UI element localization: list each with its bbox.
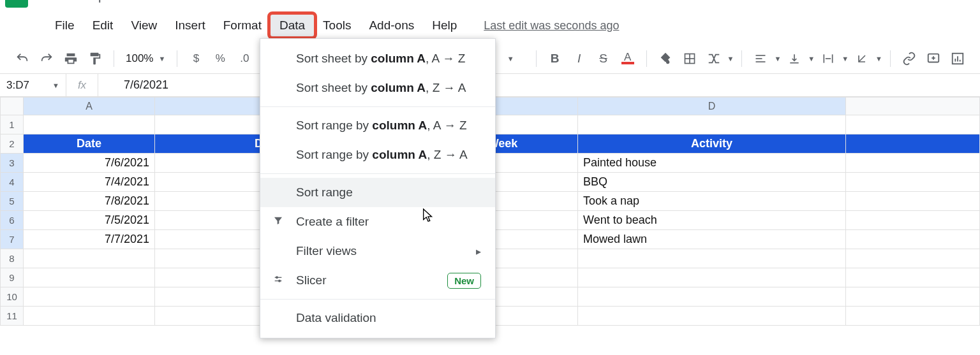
- cell[interactable]: [846, 192, 980, 211]
- row-header[interactable]: 5: [1, 192, 24, 211]
- cell[interactable]: [846, 268, 980, 287]
- menu-slicer[interactable]: Slicer New: [260, 266, 495, 295]
- insert-chart-icon[interactable]: [947, 48, 969, 69]
- horizontal-align-icon[interactable]: [750, 48, 771, 69]
- cell[interactable]: Date: [24, 134, 155, 154]
- menu-sort-sheet-az[interactable]: Sort sheet by column A, A → Z: [260, 44, 495, 73]
- menu-data[interactable]: Data: [271, 15, 314, 36]
- menu-help[interactable]: Help: [423, 15, 466, 36]
- italic-icon[interactable]: I: [568, 48, 590, 69]
- row-header[interactable]: 9: [1, 268, 24, 287]
- caret-down-icon[interactable]: ▼: [842, 55, 849, 62]
- menu-format[interactable]: Format: [214, 15, 271, 36]
- undo-icon[interactable]: [11, 48, 33, 69]
- percent-format-button[interactable]: %: [209, 48, 231, 69]
- name-box-value: 3:D7: [6, 79, 29, 92]
- bold-icon[interactable]: B: [544, 48, 566, 69]
- cell[interactable]: [24, 287, 155, 307]
- cell[interactable]: [846, 230, 980, 249]
- menu-create-filter[interactable]: Create a filter: [260, 207, 495, 236]
- cell[interactable]: [846, 211, 980, 230]
- cell[interactable]: [846, 307, 980, 326]
- menu-filter-views[interactable]: Filter views ▸: [260, 236, 495, 266]
- row-header[interactable]: 2: [1, 134, 24, 154]
- row-header[interactable]: 6: [1, 211, 24, 230]
- cell[interactable]: [578, 268, 846, 287]
- column-header-a[interactable]: A: [24, 98, 155, 115]
- text-wrap-icon[interactable]: [817, 48, 839, 69]
- borders-icon[interactable]: [679, 48, 701, 69]
- row-header[interactable]: 10: [1, 287, 24, 307]
- row-header[interactable]: 8: [1, 249, 24, 268]
- cell[interactable]: Mowed lawn: [578, 230, 846, 249]
- cell[interactable]: Went to beach: [578, 211, 846, 230]
- cell[interactable]: [846, 173, 980, 192]
- select-all-corner[interactable]: [1, 98, 24, 115]
- cell[interactable]: 7/7/2021: [24, 230, 155, 249]
- currency-format-button[interactable]: $: [185, 48, 207, 69]
- row-header[interactable]: 1: [1, 115, 24, 134]
- caret-down-icon[interactable]: ▼: [875, 55, 882, 62]
- vertical-align-icon[interactable]: [783, 48, 805, 69]
- name-box[interactable]: 3:D7 ▼: [0, 74, 66, 96]
- menu-sort-sheet-za[interactable]: Sort sheet by column A, Z → A: [260, 73, 495, 103]
- menu-sort-range-az[interactable]: Sort range by column A, A → Z: [260, 111, 495, 140]
- cell[interactable]: 7/5/2021: [24, 211, 155, 230]
- cell[interactable]: Activity: [578, 134, 846, 154]
- menu-create-filter-label: Create a filter: [296, 215, 369, 229]
- cell[interactable]: [846, 287, 980, 307]
- caret-down-icon[interactable]: ▼: [774, 55, 781, 62]
- cell[interactable]: [846, 115, 980, 134]
- zoom-select[interactable]: 100% ▼: [122, 52, 169, 65]
- caret-down-icon[interactable]: ▼: [507, 55, 514, 62]
- caret-down-icon[interactable]: ▼: [808, 55, 815, 62]
- cell[interactable]: Painted house: [578, 154, 846, 173]
- menu-sort-range-za[interactable]: Sort range by column A, Z → A: [260, 140, 495, 170]
- cell[interactable]: [578, 115, 846, 134]
- cell[interactable]: BBQ: [578, 173, 846, 192]
- cell[interactable]: [24, 249, 155, 268]
- row-header[interactable]: 11: [1, 307, 24, 326]
- menu-insert[interactable]: Insert: [166, 15, 214, 36]
- cell[interactable]: [846, 154, 980, 173]
- menu-edit[interactable]: Edit: [84, 15, 122, 36]
- merge-icon[interactable]: [703, 48, 725, 69]
- insert-comment-icon[interactable]: [923, 48, 944, 69]
- strikethrough-icon[interactable]: S: [593, 48, 614, 69]
- text-rotation-icon[interactable]: [851, 48, 873, 69]
- cell[interactable]: [24, 307, 155, 326]
- cell[interactable]: [578, 307, 846, 326]
- formula-input[interactable]: 7/6/2021: [98, 78, 980, 92]
- fill-color-icon[interactable]: [655, 48, 676, 69]
- menu-tools[interactable]: Tools: [314, 15, 360, 36]
- menu-data-validation[interactable]: Data validation: [260, 303, 495, 333]
- cell[interactable]: 7/8/2021: [24, 192, 155, 211]
- document-title[interactable]: Untitled spreadsheet: [40, 0, 168, 3]
- cell[interactable]: [846, 249, 980, 268]
- cell[interactable]: [846, 134, 980, 154]
- last-edit-link[interactable]: Last edit was seconds ago: [484, 19, 619, 33]
- cell[interactable]: [24, 268, 155, 287]
- menu-addons[interactable]: Add-ons: [360, 15, 423, 36]
- cell[interactable]: [24, 115, 155, 134]
- row-header[interactable]: 4: [1, 173, 24, 192]
- cell[interactable]: 7/6/2021: [24, 154, 155, 173]
- text-color-icon[interactable]: A: [617, 48, 639, 69]
- row-header[interactable]: 7: [1, 230, 24, 249]
- row-header[interactable]: 3: [1, 154, 24, 173]
- decrease-decimal-button[interactable]: .0: [234, 48, 255, 69]
- redo-icon[interactable]: [36, 48, 57, 69]
- menu-sort-range[interactable]: Sort range: [260, 178, 495, 207]
- cell[interactable]: 7/4/2021: [24, 173, 155, 192]
- print-icon[interactable]: [60, 48, 82, 69]
- cell[interactable]: [578, 249, 846, 268]
- menu-file[interactable]: File: [46, 15, 84, 36]
- insert-link-icon[interactable]: [898, 48, 920, 69]
- paint-format-icon[interactable]: [84, 48, 106, 69]
- cell[interactable]: Took a nap: [578, 192, 846, 211]
- column-header-d[interactable]: D: [578, 98, 846, 115]
- column-header-blank[interactable]: [846, 98, 980, 115]
- caret-down-icon[interactable]: ▼: [727, 55, 734, 62]
- cell[interactable]: [578, 287, 846, 307]
- menu-view[interactable]: View: [122, 15, 166, 36]
